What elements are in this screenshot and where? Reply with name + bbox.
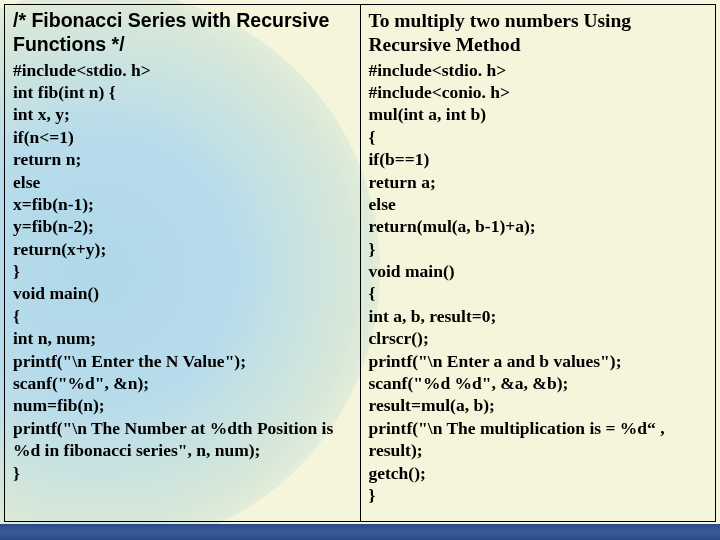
code-line: int a, b, result=0; (369, 305, 708, 327)
code-line: num=fib(n); (13, 394, 352, 416)
code-line: { (369, 282, 708, 304)
code-line: int n, num; (13, 327, 352, 349)
code-line: if(n<=1) (13, 126, 352, 148)
code-line: if(b==1) (369, 148, 708, 170)
left-code: #include<stdio. h>int fib(int n) {int x,… (13, 59, 352, 484)
code-line: printf("\n The multiplication is = %d“ ,… (369, 417, 708, 462)
code-line: else (13, 171, 352, 193)
code-line: { (13, 305, 352, 327)
code-line: int fib(int n) { (13, 81, 352, 103)
code-line: mul(int a, int b) (369, 103, 708, 125)
code-line: return n; (13, 148, 352, 170)
code-line: return(mul(a, b-1)+a); (369, 215, 708, 237)
code-line: printf("\n Enter the N Value"); (13, 350, 352, 372)
code-line: getch(); (369, 462, 708, 484)
code-line: void main() (13, 282, 352, 304)
code-line: } (13, 462, 352, 484)
code-line: { (369, 126, 708, 148)
code-line: #include<stdio. h> (13, 59, 352, 81)
right-code: #include<stdio. h>#include<conio. h>mul(… (369, 59, 708, 507)
code-line: void main() (369, 260, 708, 282)
code-line: result=mul(a, b); (369, 394, 708, 416)
right-column: To multiply two numbers Using Recursive … (361, 5, 716, 521)
code-line: scanf("%d %d", &a, &b); (369, 372, 708, 394)
code-line: printf("\n The Number at %dth Position i… (13, 417, 352, 462)
code-line: clrscr(); (369, 327, 708, 349)
code-line: else (369, 193, 708, 215)
code-line: } (369, 238, 708, 260)
code-line: return a; (369, 171, 708, 193)
code-line: int x, y; (13, 103, 352, 125)
left-column: /* Fibonacci Series with Recursive Funct… (5, 5, 361, 521)
code-line: #include<stdio. h> (369, 59, 708, 81)
code-line: } (13, 260, 352, 282)
footer-bar (0, 524, 720, 540)
code-line: x=fib(n-1); (13, 193, 352, 215)
code-line: } (369, 484, 708, 506)
code-line: #include<conio. h> (369, 81, 708, 103)
code-table: /* Fibonacci Series with Recursive Funct… (4, 4, 716, 522)
code-line: scanf("%d", &n); (13, 372, 352, 394)
code-line: return(x+y); (13, 238, 352, 260)
code-line: y=fib(n-2); (13, 215, 352, 237)
right-title: To multiply two numbers Using Recursive … (369, 9, 708, 57)
left-title: /* Fibonacci Series with Recursive Funct… (13, 9, 352, 57)
code-line: printf("\n Enter a and b values"); (369, 350, 708, 372)
